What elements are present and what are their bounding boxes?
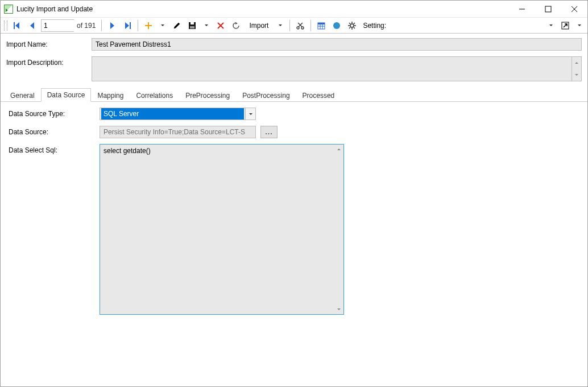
datasource-type-label: Data Source Type:: [9, 110, 100, 118]
pencil-icon: [172, 21, 181, 30]
import-description-input[interactable]: [92, 56, 582, 81]
svg-rect-1: [545, 6, 551, 12]
tab-mapping[interactable]: Mapping: [91, 89, 130, 102]
svg-line-36: [349, 27, 350, 28]
svg-line-38: [564, 24, 567, 27]
save-button[interactable]: [185, 19, 199, 32]
app-window: Lucity Import and Update of 191: [0, 0, 588, 387]
globe-icon: [332, 21, 341, 30]
nav-prev-icon: [28, 21, 37, 30]
close-button[interactable]: [561, 1, 587, 17]
tab-data-source[interactable]: Data Source: [41, 88, 92, 102]
title-bar: Lucity Import and Update: [1, 1, 587, 18]
caret-down-icon: [578, 24, 581, 26]
scroll-up-button[interactable]: [572, 57, 581, 69]
nav-first-button[interactable]: [10, 19, 24, 32]
cut-button[interactable]: [293, 19, 307, 32]
minimize-button[interactable]: [509, 1, 535, 17]
toolbar-divider: [138, 20, 138, 31]
save-icon: [188, 21, 197, 30]
refresh-button[interactable]: [229, 19, 243, 32]
svg-rect-11: [145, 25, 152, 26]
svg-line-33: [349, 23, 350, 24]
settings-gear-button[interactable]: [345, 19, 359, 32]
app-icon: [4, 5, 13, 14]
nav-last-button[interactable]: [121, 19, 134, 32]
right-dropdown[interactable]: [545, 19, 557, 32]
nav-prev-button[interactable]: [26, 19, 39, 32]
caret-down-icon: [249, 113, 252, 115]
datasource-type-value: SQL Server: [101, 108, 244, 120]
edit-button[interactable]: [170, 19, 184, 32]
setting-label: Setting:: [361, 22, 388, 30]
chevron-up-icon: [337, 149, 341, 150]
toolbar-divider: [289, 20, 290, 31]
scissors-icon: [296, 21, 305, 30]
plus-icon: [144, 21, 153, 30]
chevron-down-icon: [575, 74, 578, 76]
tab-strip: General Data Source Mapping Correlations…: [1, 87, 587, 102]
popout-dropdown[interactable]: [574, 19, 585, 32]
scroll-down-button[interactable]: [572, 69, 581, 81]
chevron-down-icon: [337, 308, 341, 310]
datasource-type-combo[interactable]: SQL Server: [100, 108, 256, 120]
tab-general[interactable]: General: [4, 89, 41, 102]
popout-button[interactable]: [558, 19, 572, 32]
caret-down-icon: [279, 24, 282, 26]
combo-dropdown-button[interactable]: [245, 108, 255, 120]
svg-point-18: [297, 27, 299, 29]
svg-rect-14: [190, 26, 194, 28]
datasource-label: Data Source:: [9, 128, 100, 136]
svg-marker-6: [30, 22, 34, 29]
tab-postprocessing[interactable]: PostProcessing: [236, 89, 296, 102]
gear-icon: [347, 21, 357, 30]
toolbar-divider: [310, 20, 311, 31]
chevron-up-icon: [575, 62, 578, 64]
svg-point-28: [350, 24, 354, 27]
page-number-input[interactable]: [41, 19, 74, 32]
scroll-down-button[interactable]: [334, 304, 343, 314]
nav-first-icon: [13, 21, 22, 30]
header-fields: Import Name: Import Description:: [1, 34, 587, 87]
svg-point-19: [301, 27, 304, 29]
import-description-label: Import Description:: [6, 56, 92, 67]
toolbar-divider: [101, 20, 102, 31]
data-select-sql-label: Data Select Sql:: [9, 144, 100, 154]
svg-marker-8: [125, 22, 129, 29]
calendar-icon: [317, 21, 326, 30]
desc-scrollbar[interactable]: [572, 57, 581, 81]
data-select-sql-box: [100, 144, 344, 315]
tab-body-data-source: Data Source Type: SQL Server Data Source…: [1, 102, 587, 386]
toolbar: of 191 Import: [1, 18, 587, 34]
nav-next-button[interactable]: [105, 19, 119, 32]
globe-button[interactable]: [330, 19, 343, 32]
import-dropdown[interactable]: [275, 19, 286, 32]
add-button[interactable]: [142, 19, 155, 32]
svg-line-20: [299, 23, 303, 27]
tab-processed[interactable]: Processed: [296, 89, 341, 102]
svg-rect-23: [318, 23, 325, 24]
delete-button[interactable]: [214, 19, 227, 32]
import-button[interactable]: Import: [245, 19, 273, 32]
caret-down-icon: [205, 24, 208, 26]
sql-scrollbar[interactable]: [334, 145, 343, 314]
tab-preprocessing[interactable]: PreProcessing: [179, 89, 236, 102]
calendar-button[interactable]: [314, 19, 328, 32]
scroll-up-button[interactable]: [334, 145, 343, 154]
toolbar-grip: [4, 20, 7, 31]
datasource-input[interactable]: [100, 126, 256, 138]
svg-rect-13: [191, 22, 194, 24]
tab-correlations[interactable]: Correlations: [130, 89, 179, 102]
svg-line-21: [298, 23, 302, 27]
window-title: Lucity Import and Update: [16, 5, 93, 13]
import-name-input[interactable]: [92, 38, 582, 51]
add-dropdown[interactable]: [157, 19, 168, 32]
svg-point-27: [333, 22, 340, 29]
maximize-button[interactable]: [535, 1, 561, 17]
data-select-sql-input[interactable]: [100, 145, 343, 314]
svg-rect-4: [14, 22, 15, 29]
refresh-icon: [231, 21, 241, 30]
datasource-browse-button[interactable]: ...: [260, 126, 278, 138]
save-dropdown[interactable]: [201, 19, 212, 32]
svg-rect-9: [130, 22, 131, 29]
